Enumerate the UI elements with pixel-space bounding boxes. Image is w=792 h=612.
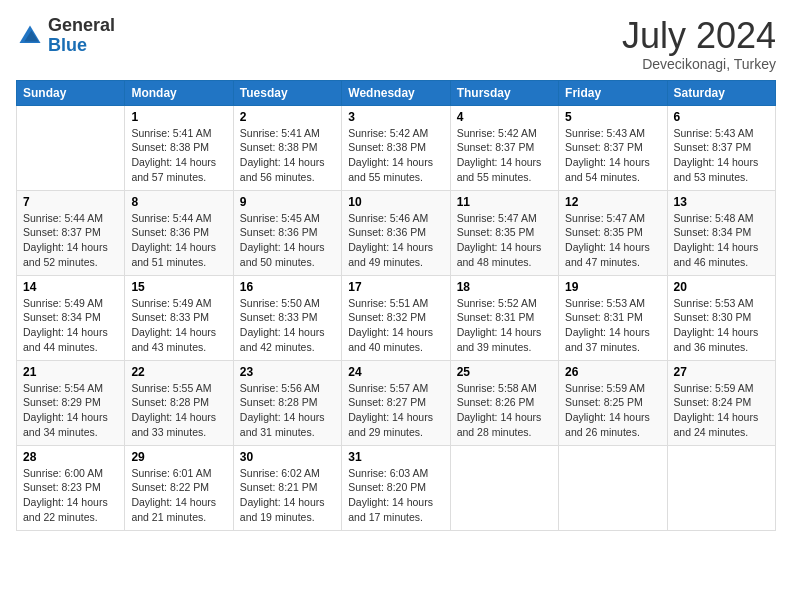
day-number: 21	[23, 365, 118, 379]
day-number: 22	[131, 365, 226, 379]
day-info: Sunrise: 5:51 AM Sunset: 8:32 PM Dayligh…	[348, 296, 443, 355]
calendar-cell	[450, 445, 558, 530]
month-title: July 2024	[622, 16, 776, 56]
logo-blue-text: Blue	[48, 36, 115, 56]
day-info: Sunrise: 6:03 AM Sunset: 8:20 PM Dayligh…	[348, 466, 443, 525]
calendar-cell: 21Sunrise: 5:54 AM Sunset: 8:29 PM Dayli…	[17, 360, 125, 445]
day-info: Sunrise: 5:54 AM Sunset: 8:29 PM Dayligh…	[23, 381, 118, 440]
day-number: 5	[565, 110, 660, 124]
logo-icon	[16, 22, 44, 50]
day-info: Sunrise: 5:56 AM Sunset: 8:28 PM Dayligh…	[240, 381, 335, 440]
day-info: Sunrise: 5:43 AM Sunset: 8:37 PM Dayligh…	[674, 126, 769, 185]
calendar-cell: 19Sunrise: 5:53 AM Sunset: 8:31 PM Dayli…	[559, 275, 667, 360]
calendar-cell: 23Sunrise: 5:56 AM Sunset: 8:28 PM Dayli…	[233, 360, 341, 445]
calendar-cell: 29Sunrise: 6:01 AM Sunset: 8:22 PM Dayli…	[125, 445, 233, 530]
calendar-cell: 7Sunrise: 5:44 AM Sunset: 8:37 PM Daylig…	[17, 190, 125, 275]
day-info: Sunrise: 5:59 AM Sunset: 8:25 PM Dayligh…	[565, 381, 660, 440]
calendar-cell: 2Sunrise: 5:41 AM Sunset: 8:38 PM Daylig…	[233, 105, 341, 190]
title-block: July 2024 Devecikonagi, Turkey	[622, 16, 776, 72]
day-info: Sunrise: 5:53 AM Sunset: 8:30 PM Dayligh…	[674, 296, 769, 355]
day-info: Sunrise: 5:53 AM Sunset: 8:31 PM Dayligh…	[565, 296, 660, 355]
calendar-week-row-3: 14Sunrise: 5:49 AM Sunset: 8:34 PM Dayli…	[17, 275, 776, 360]
day-number: 2	[240, 110, 335, 124]
calendar-cell: 20Sunrise: 5:53 AM Sunset: 8:30 PM Dayli…	[667, 275, 775, 360]
calendar-cell: 31Sunrise: 6:03 AM Sunset: 8:20 PM Dayli…	[342, 445, 450, 530]
day-info: Sunrise: 5:41 AM Sunset: 8:38 PM Dayligh…	[131, 126, 226, 185]
calendar-header-monday: Monday	[125, 80, 233, 105]
day-info: Sunrise: 5:50 AM Sunset: 8:33 PM Dayligh…	[240, 296, 335, 355]
day-number: 8	[131, 195, 226, 209]
day-number: 15	[131, 280, 226, 294]
calendar-header-thursday: Thursday	[450, 80, 558, 105]
day-info: Sunrise: 5:49 AM Sunset: 8:33 PM Dayligh…	[131, 296, 226, 355]
day-info: Sunrise: 5:48 AM Sunset: 8:34 PM Dayligh…	[674, 211, 769, 270]
day-number: 14	[23, 280, 118, 294]
day-info: Sunrise: 5:58 AM Sunset: 8:26 PM Dayligh…	[457, 381, 552, 440]
day-info: Sunrise: 6:00 AM Sunset: 8:23 PM Dayligh…	[23, 466, 118, 525]
calendar-cell: 12Sunrise: 5:47 AM Sunset: 8:35 PM Dayli…	[559, 190, 667, 275]
day-number: 31	[348, 450, 443, 464]
day-number: 26	[565, 365, 660, 379]
day-info: Sunrise: 5:49 AM Sunset: 8:34 PM Dayligh…	[23, 296, 118, 355]
calendar-cell: 14Sunrise: 5:49 AM Sunset: 8:34 PM Dayli…	[17, 275, 125, 360]
calendar-week-row-1: 1Sunrise: 5:41 AM Sunset: 8:38 PM Daylig…	[17, 105, 776, 190]
calendar-cell: 25Sunrise: 5:58 AM Sunset: 8:26 PM Dayli…	[450, 360, 558, 445]
calendar-cell: 26Sunrise: 5:59 AM Sunset: 8:25 PM Dayli…	[559, 360, 667, 445]
day-number: 11	[457, 195, 552, 209]
day-number: 25	[457, 365, 552, 379]
calendar-cell: 15Sunrise: 5:49 AM Sunset: 8:33 PM Dayli…	[125, 275, 233, 360]
day-info: Sunrise: 5:52 AM Sunset: 8:31 PM Dayligh…	[457, 296, 552, 355]
day-number: 7	[23, 195, 118, 209]
day-info: Sunrise: 5:55 AM Sunset: 8:28 PM Dayligh…	[131, 381, 226, 440]
day-info: Sunrise: 5:44 AM Sunset: 8:36 PM Dayligh…	[131, 211, 226, 270]
calendar-cell: 3Sunrise: 5:42 AM Sunset: 8:38 PM Daylig…	[342, 105, 450, 190]
day-info: Sunrise: 5:46 AM Sunset: 8:36 PM Dayligh…	[348, 211, 443, 270]
calendar-header-row: SundayMondayTuesdayWednesdayThursdayFrid…	[17, 80, 776, 105]
calendar-cell: 1Sunrise: 5:41 AM Sunset: 8:38 PM Daylig…	[125, 105, 233, 190]
calendar-table: SundayMondayTuesdayWednesdayThursdayFrid…	[16, 80, 776, 531]
calendar-cell: 13Sunrise: 5:48 AM Sunset: 8:34 PM Dayli…	[667, 190, 775, 275]
logo-general-text: General	[48, 16, 115, 36]
day-number: 27	[674, 365, 769, 379]
day-info: Sunrise: 5:42 AM Sunset: 8:38 PM Dayligh…	[348, 126, 443, 185]
day-number: 29	[131, 450, 226, 464]
day-info: Sunrise: 6:01 AM Sunset: 8:22 PM Dayligh…	[131, 466, 226, 525]
day-number: 3	[348, 110, 443, 124]
calendar-cell: 18Sunrise: 5:52 AM Sunset: 8:31 PM Dayli…	[450, 275, 558, 360]
calendar-cell: 11Sunrise: 5:47 AM Sunset: 8:35 PM Dayli…	[450, 190, 558, 275]
calendar-cell: 6Sunrise: 5:43 AM Sunset: 8:37 PM Daylig…	[667, 105, 775, 190]
day-info: Sunrise: 5:57 AM Sunset: 8:27 PM Dayligh…	[348, 381, 443, 440]
day-number: 17	[348, 280, 443, 294]
calendar-cell: 10Sunrise: 5:46 AM Sunset: 8:36 PM Dayli…	[342, 190, 450, 275]
calendar-cell: 4Sunrise: 5:42 AM Sunset: 8:37 PM Daylig…	[450, 105, 558, 190]
calendar-header-sunday: Sunday	[17, 80, 125, 105]
calendar-header-tuesday: Tuesday	[233, 80, 341, 105]
location: Devecikonagi, Turkey	[622, 56, 776, 72]
day-info: Sunrise: 5:41 AM Sunset: 8:38 PM Dayligh…	[240, 126, 335, 185]
page-header: General Blue July 2024 Devecikonagi, Tur…	[16, 16, 776, 72]
calendar-week-row-4: 21Sunrise: 5:54 AM Sunset: 8:29 PM Dayli…	[17, 360, 776, 445]
day-number: 18	[457, 280, 552, 294]
day-number: 28	[23, 450, 118, 464]
day-number: 20	[674, 280, 769, 294]
calendar-cell: 16Sunrise: 5:50 AM Sunset: 8:33 PM Dayli…	[233, 275, 341, 360]
day-number: 9	[240, 195, 335, 209]
day-number: 10	[348, 195, 443, 209]
calendar-header-saturday: Saturday	[667, 80, 775, 105]
logo: General Blue	[16, 16, 115, 56]
day-info: Sunrise: 5:45 AM Sunset: 8:36 PM Dayligh…	[240, 211, 335, 270]
day-info: Sunrise: 5:42 AM Sunset: 8:37 PM Dayligh…	[457, 126, 552, 185]
day-number: 6	[674, 110, 769, 124]
calendar-week-row-5: 28Sunrise: 6:00 AM Sunset: 8:23 PM Dayli…	[17, 445, 776, 530]
calendar-cell: 8Sunrise: 5:44 AM Sunset: 8:36 PM Daylig…	[125, 190, 233, 275]
day-number: 24	[348, 365, 443, 379]
calendar-cell: 27Sunrise: 5:59 AM Sunset: 8:24 PM Dayli…	[667, 360, 775, 445]
logo-text: General Blue	[48, 16, 115, 56]
day-number: 13	[674, 195, 769, 209]
calendar-cell: 9Sunrise: 5:45 AM Sunset: 8:36 PM Daylig…	[233, 190, 341, 275]
day-info: Sunrise: 5:47 AM Sunset: 8:35 PM Dayligh…	[565, 211, 660, 270]
calendar-cell: 28Sunrise: 6:00 AM Sunset: 8:23 PM Dayli…	[17, 445, 125, 530]
calendar-cell: 17Sunrise: 5:51 AM Sunset: 8:32 PM Dayli…	[342, 275, 450, 360]
day-number: 16	[240, 280, 335, 294]
calendar-cell	[17, 105, 125, 190]
